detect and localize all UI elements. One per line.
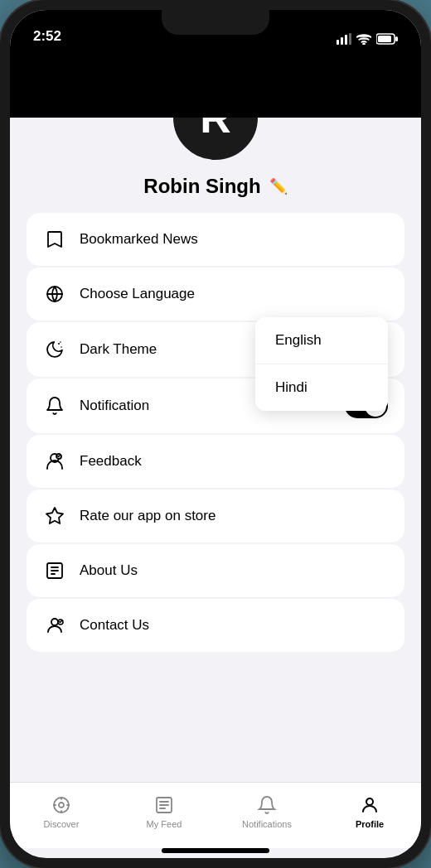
menu-item-feedback[interactable]: Feedback	[27, 435, 404, 488]
rate-label: Rate our app on store	[80, 508, 388, 524]
profile-section: R Robin Singh ✏️	[10, 118, 421, 213]
language-dropdown: English Hindi	[255, 317, 388, 411]
status-time: 2:52	[33, 28, 61, 45]
phone-screen: 2:52	[10, 10, 421, 858]
discover-icon	[51, 794, 72, 816]
language-label: Choose Language	[80, 286, 388, 302]
svg-rect-0	[337, 40, 339, 45]
svg-rect-6	[378, 36, 391, 42]
svg-point-9	[58, 343, 60, 345]
info-icon	[43, 559, 66, 582]
wifi-icon	[356, 33, 371, 45]
bell-icon	[43, 394, 66, 417]
svg-rect-7	[395, 36, 398, 41]
battery-icon	[376, 33, 398, 45]
svg-point-10	[61, 346, 62, 348]
svg-rect-2	[345, 35, 347, 45]
bookmark-icon	[43, 228, 66, 251]
home-indicator	[162, 848, 269, 853]
feedback-icon	[43, 450, 66, 473]
menu-item-language[interactable]: Choose Language English Hindi	[27, 268, 404, 321]
lang-option-hindi[interactable]: Hindi	[255, 364, 388, 411]
contact-label: Contact Us	[80, 617, 388, 634]
profile-name: Robin Singh	[143, 175, 260, 198]
profile-nav-label: Profile	[356, 819, 384, 829]
header-black	[10, 51, 421, 118]
lang-option-english[interactable]: English	[255, 317, 388, 364]
phone-frame: 2:52	[0, 0, 431, 868]
profile-icon	[359, 794, 380, 816]
svg-marker-14	[46, 508, 63, 523]
myfeed-nav-label: My Feed	[147, 819, 182, 829]
contact-icon	[43, 614, 66, 637]
svg-point-11	[60, 341, 61, 343]
menu-item-bookmarked[interactable]: Bookmarked News	[27, 213, 404, 266]
status-icons	[337, 33, 398, 45]
svg-point-31	[366, 798, 373, 805]
nav-item-notifications[interactable]: Notifications	[216, 794, 318, 829]
menu-item-about[interactable]: About Us	[27, 544, 404, 597]
notch	[162, 10, 269, 35]
notifications-nav-label: Notifications	[242, 819, 292, 829]
nav-item-profile[interactable]: Profile	[318, 794, 421, 829]
feed-icon	[153, 794, 175, 816]
svg-point-19	[51, 619, 58, 625]
nav-item-discover[interactable]: Discover	[10, 794, 113, 829]
svg-rect-3	[349, 33, 351, 45]
bookmarked-label: Bookmarked News	[80, 231, 388, 248]
star-icon	[43, 504, 66, 528]
moon-icon	[43, 338, 66, 361]
about-label: About Us	[80, 562, 388, 579]
language-icon	[43, 282, 66, 306]
bottom-nav: Discover My Feed	[10, 782, 421, 848]
edit-profile-icon[interactable]: ✏️	[269, 177, 288, 195]
profile-name-row: Robin Singh ✏️	[143, 175, 287, 198]
svg-rect-1	[341, 37, 343, 45]
feedback-label: Feedback	[80, 453, 388, 470]
menu-item-rate[interactable]: Rate our app on store	[27, 489, 404, 542]
svg-point-4	[363, 43, 365, 45]
menu-item-contact[interactable]: Contact Us	[27, 599, 404, 652]
menu-list: Bookmarked News Choose Language English	[10, 213, 421, 782]
svg-point-22	[59, 803, 64, 808]
signal-icon	[337, 33, 351, 45]
discover-nav-label: Discover	[44, 819, 80, 829]
nav-item-myfeed[interactable]: My Feed	[113, 794, 216, 829]
notifications-icon	[256, 794, 278, 816]
